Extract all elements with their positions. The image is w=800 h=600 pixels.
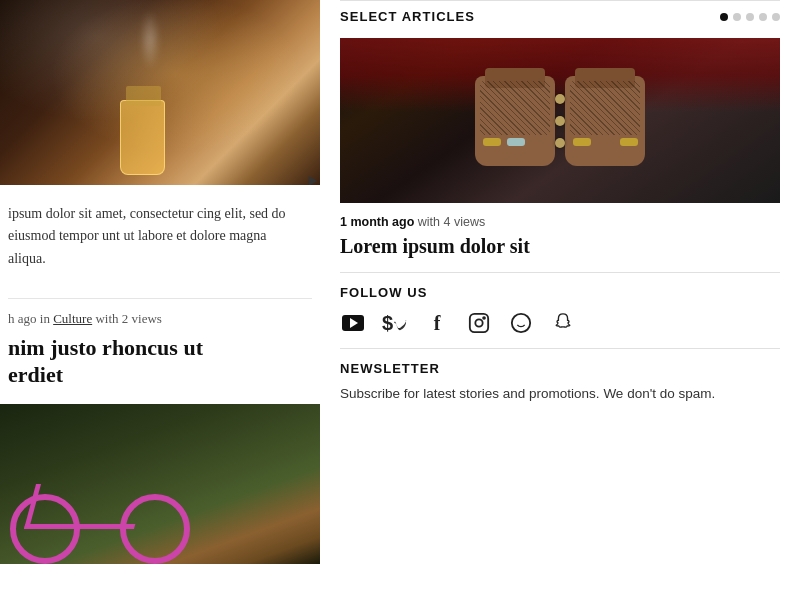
dot-2[interactable] — [733, 13, 741, 21]
featured-article-title: Lorem ipsum dolor sit — [340, 234, 780, 258]
article-body-text: ipsum dolor sit amet, consectetur cing e… — [8, 203, 304, 270]
social-icons-row: $ f — [340, 310, 780, 336]
ring-1 — [483, 138, 501, 146]
section-divider — [8, 298, 312, 299]
stud-3 — [555, 138, 565, 148]
select-articles-title: SELECT ARTICLES — [340, 9, 475, 24]
instagram-icon[interactable] — [466, 310, 492, 336]
article2-title: nim justo rhoncus uterdiet — [0, 335, 320, 388]
article2-views: with 2 views — [95, 311, 161, 326]
featured-article-image[interactable] — [340, 38, 780, 203]
stud-1 — [555, 94, 565, 104]
jacket-buttons — [555, 94, 565, 148]
hero-image — [0, 0, 320, 185]
newsletter-body: Subscribe for latest stories and promoti… — [340, 384, 780, 405]
ring-3 — [573, 138, 591, 146]
youtube-icon[interactable] — [340, 310, 366, 336]
newsletter-section: NEWSLETTER Subscribe for latest stories … — [340, 361, 780, 405]
facebook-icon[interactable]: f — [424, 310, 450, 336]
article-views: with 4 views — [418, 215, 485, 229]
svg-rect-0 — [470, 314, 488, 332]
divider-follow — [340, 272, 780, 273]
article2-meta: h ago in Culture with 2 views — [0, 311, 320, 327]
article2-time: h ago — [8, 311, 37, 326]
bottom-image — [0, 404, 320, 564]
right-hand — [565, 76, 645, 166]
dot-3[interactable] — [746, 13, 754, 21]
dot-5[interactable] — [772, 13, 780, 21]
left-hand — [475, 76, 555, 166]
pagination-dots — [720, 13, 780, 21]
vimeo-icon[interactable]: $ — [382, 310, 408, 336]
bike-frame — [24, 484, 146, 529]
left-column: ipsum dolor sit amet, consectetur cing e… — [0, 0, 320, 600]
ring-2 — [507, 138, 525, 146]
whatsapp-icon[interactable] — [508, 310, 534, 336]
follow-us-title: FOLLOW US — [340, 285, 427, 300]
select-articles-header: SELECT ARTICLES — [340, 0, 780, 24]
article-text-block: ipsum dolor sit amet, consectetur cing e… — [0, 185, 320, 286]
snapchat-icon[interactable] — [550, 310, 576, 336]
newsletter-title: NEWSLETTER — [340, 361, 440, 376]
tattoo-lines — [480, 81, 550, 135]
dot-4[interactable] — [759, 13, 767, 21]
ring-4 — [620, 138, 638, 146]
svg-point-3 — [512, 314, 530, 332]
tattoo-lines-right — [570, 81, 640, 135]
divider-newsletter — [340, 348, 780, 349]
stud-2 — [555, 116, 565, 126]
svg-point-1 — [475, 319, 482, 326]
right-column: SELECT ARTICLES — [320, 0, 800, 600]
article-time: 1 month ago — [340, 215, 414, 229]
dot-1[interactable] — [720, 13, 728, 21]
featured-article-meta: 1 month ago with 4 views — [340, 215, 780, 229]
article2-category[interactable]: Culture — [53, 311, 92, 326]
follow-section: FOLLOW US $ f — [340, 285, 780, 336]
svg-point-2 — [483, 317, 485, 319]
